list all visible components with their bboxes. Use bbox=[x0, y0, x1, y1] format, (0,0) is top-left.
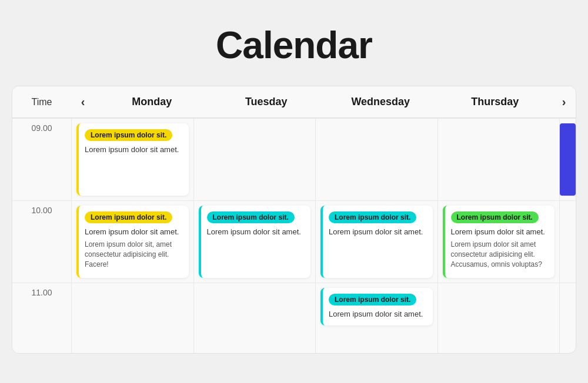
day-column-tuesday: Lorem ipsum dolor sit. Lorem ipsum dolor… bbox=[193, 118, 316, 353]
tuesday-09-cell bbox=[194, 118, 316, 200]
next-nav-button[interactable]: › bbox=[552, 95, 576, 109]
day-column-wednesday: Lorem ipsum dolor sit. Lorem ipsum dolor… bbox=[315, 118, 437, 353]
thursday-10-event[interactable]: Lorem ipsum dolor sit. Lorem ipsum dolor… bbox=[443, 206, 555, 278]
thursday-09-cell bbox=[438, 118, 560, 200]
friday-09-partial-event bbox=[560, 123, 576, 196]
time-slot-11: 11.00 bbox=[12, 283, 71, 353]
wednesday-10-text: Lorem ipsum dolor sit amet. bbox=[329, 227, 427, 237]
wednesday-09-cell bbox=[316, 118, 437, 200]
friday-11-partial-cell bbox=[560, 283, 576, 353]
wednesday-11-text: Lorem ipsum dolor sit amet. bbox=[329, 309, 427, 320]
calendar-body: 09.00 10.00 11.00 Lorem ipsum dolor sit.… bbox=[12, 118, 576, 353]
time-column: 09.00 10.00 11.00 bbox=[12, 118, 71, 353]
monday-09-event[interactable]: Lorem ipsum dolor sit. Lorem ipsum dolor… bbox=[76, 123, 189, 196]
wednesday-10-cell: Lorem ipsum dolor sit. Lorem ipsum dolor… bbox=[316, 200, 437, 283]
day-column-monday: Lorem ipsum dolor sit. Lorem ipsum dolor… bbox=[71, 118, 193, 353]
time-slot-09: 09.00 bbox=[12, 118, 71, 200]
monday-10-text: Lorem ipsum dolor sit amet. bbox=[85, 227, 183, 237]
tuesday-10-cell: Lorem ipsum dolor sit. Lorem ipsum dolor… bbox=[194, 200, 316, 283]
monday-10-badge: Lorem ipsum dolor sit. bbox=[85, 211, 172, 223]
wednesday-11-cell: Lorem ipsum dolor sit. Lorem ipsum dolor… bbox=[316, 283, 437, 353]
day-header-monday: Monday bbox=[95, 93, 209, 110]
thursday-10-text: Lorem ipsum dolor sit amet. bbox=[451, 227, 549, 237]
monday-09-text: Lorem ipsum dolor sit amet. bbox=[85, 145, 183, 155]
page-title: Calendar bbox=[216, 23, 372, 67]
thursday-10-subtext: Lorem ipsum dolor sit amet consectetur a… bbox=[451, 240, 549, 269]
tuesday-10-badge: Lorem ipsum dolor sit. bbox=[207, 211, 295, 223]
monday-09-cell: Lorem ipsum dolor sit. Lorem ipsum dolor… bbox=[72, 118, 193, 200]
time-slot-10: 10.00 bbox=[12, 200, 71, 283]
day-header-wednesday: Wednesday bbox=[323, 93, 438, 110]
wednesday-10-badge: Lorem ipsum dolor sit. bbox=[329, 211, 416, 223]
partial-friday-column bbox=[559, 118, 576, 353]
day-header-tuesday: Tuesday bbox=[209, 93, 324, 110]
monday-10-cell: Lorem ipsum dolor sit. Lorem ipsum dolor… bbox=[72, 200, 193, 283]
wednesday-10-event[interactable]: Lorem ipsum dolor sit. Lorem ipsum dolor… bbox=[320, 206, 433, 278]
thursday-10-cell: Lorem ipsum dolor sit. Lorem ipsum dolor… bbox=[438, 200, 560, 283]
thursday-10-badge: Lorem ipsum dolor sit. bbox=[451, 211, 539, 223]
thursday-11-cell bbox=[438, 283, 560, 353]
page-container: Calendar Time ‹ Monday Tuesday Wednesday… bbox=[0, 0, 588, 383]
day-column-thursday: Lorem ipsum dolor sit. Lorem ipsum dolor… bbox=[437, 118, 560, 353]
tuesday-10-text: Lorem ipsum dolor sit amet. bbox=[207, 227, 305, 237]
wednesday-11-badge: Lorem ipsum dolor sit. bbox=[329, 294, 416, 305]
tuesday-10-event[interactable]: Lorem ipsum dolor sit. Lorem ipsum dolor… bbox=[199, 206, 311, 278]
friday-09-partial-cell bbox=[560, 118, 576, 200]
wednesday-11-event[interactable]: Lorem ipsum dolor sit. Lorem ipsum dolor… bbox=[320, 288, 433, 325]
monday-10-subtext: Lorem ipsum dolor sit, amet consectetur … bbox=[85, 240, 183, 269]
calendar-header: Time ‹ Monday Tuesday Wednesday Thursday… bbox=[12, 86, 576, 118]
monday-11-cell bbox=[72, 283, 193, 353]
time-header-label: Time bbox=[12, 97, 71, 107]
tuesday-11-cell bbox=[194, 283, 316, 353]
friday-10-partial-cell bbox=[560, 200, 576, 283]
monday-10-event[interactable]: Lorem ipsum dolor sit. Lorem ipsum dolor… bbox=[76, 206, 189, 278]
day-header-thursday: Thursday bbox=[438, 93, 553, 110]
calendar: Time ‹ Monday Tuesday Wednesday Thursday… bbox=[12, 86, 576, 354]
monday-09-badge: Lorem ipsum dolor sit. bbox=[85, 129, 172, 141]
prev-nav-button[interactable]: ‹ bbox=[71, 95, 95, 109]
